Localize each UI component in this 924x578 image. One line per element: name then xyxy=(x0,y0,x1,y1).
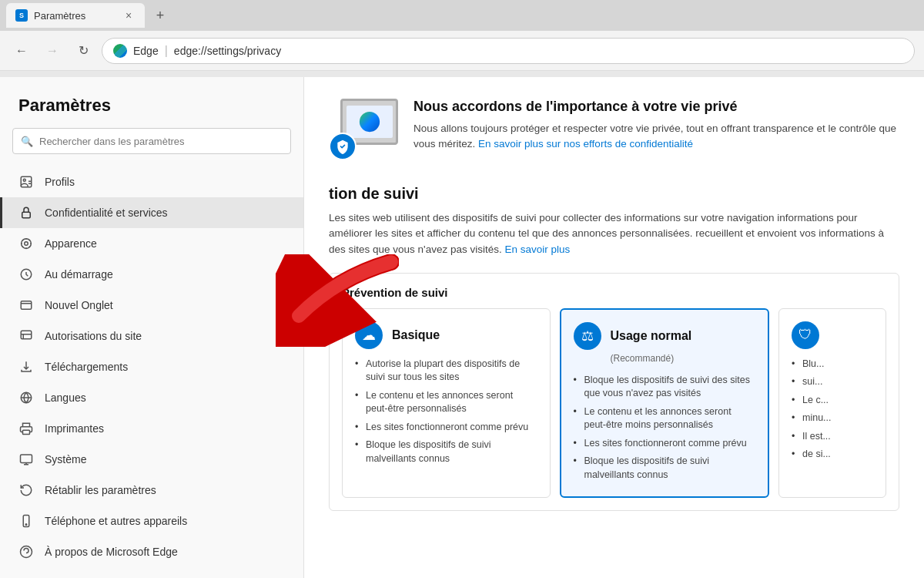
list-item: Bloque les dispositifs de suivi des site… xyxy=(574,371,756,403)
nav-bar: ← → ↻ Edge | edge://settings/privacy xyxy=(0,31,924,71)
list-item: sui... xyxy=(792,373,873,391)
prevention-box: Prévention de suivi ☁ Basique Autorise l… xyxy=(329,273,899,512)
search-icon: 🔍 xyxy=(21,136,33,147)
system-icon xyxy=(18,452,34,467)
card-usage-subtitle: (Recommandé) xyxy=(611,353,756,364)
downloads-icon xyxy=(18,359,34,375)
sidebar-item-label: Autorisations du site xyxy=(45,330,142,342)
svg-rect-9 xyxy=(21,455,32,463)
sidebar-item-label: Imprimantes xyxy=(45,422,104,435)
privacy-heading: Nous accordons de l'importance à votre v… xyxy=(413,99,899,115)
browser-chrome: S Paramètres × + ← → ↻ Edge | edge://set… xyxy=(0,0,924,77)
startup-icon xyxy=(18,267,34,282)
sidebar-item-telechargements[interactable]: Téléchargements xyxy=(0,351,303,382)
tracking-learn-more-link[interactable]: En savoir plus xyxy=(504,244,570,255)
back-button[interactable]: ← xyxy=(9,39,34,63)
card-basique-icon: ☁ xyxy=(355,321,383,349)
appearance-icon xyxy=(18,236,34,251)
svg-point-3 xyxy=(25,242,28,246)
list-item: Le contenu et les annonces seront peut-ê… xyxy=(574,403,756,435)
card-usage-header: ⚖ Usage normal xyxy=(574,322,756,350)
sidebar-item-telephone[interactable]: Téléphone et autres appareils xyxy=(0,506,303,536)
sidebar: Paramètres 🔍 Profils Confidentialité et … xyxy=(0,77,304,578)
address-bar[interactable]: Edge | edge://settings/privacy xyxy=(102,38,915,64)
sidebar-item-apropos[interactable]: À propos de Microsoft Edge xyxy=(0,536,303,567)
list-item: Le c... xyxy=(792,391,873,410)
sidebar-title: Paramètres xyxy=(0,96,303,128)
permissions-icon xyxy=(18,328,34,344)
card-usage-icon: ⚖ xyxy=(574,322,601,350)
sidebar-item-profils[interactable]: Profils xyxy=(0,166,303,197)
phone-icon xyxy=(18,513,34,529)
new-tab-icon xyxy=(18,297,34,313)
sidebar-item-imprimantes[interactable]: Imprimantes xyxy=(0,413,303,444)
sidebar-item-demarrage[interactable]: Au démarrage xyxy=(0,259,303,290)
sidebar-item-retablir[interactable]: Rétablir les paramètres xyxy=(0,475,303,506)
list-item: Les sites fonctionneront comme prévu xyxy=(355,418,537,437)
refresh-button[interactable]: ↻ xyxy=(71,39,95,63)
list-item: Les sites fonctionneront comme prévu xyxy=(574,435,756,453)
card-basique-title: Basique xyxy=(392,328,440,342)
card-strict-icon: 🛡 xyxy=(792,321,819,349)
card-basique-header: ☁ Basique xyxy=(355,321,537,349)
new-tab-button[interactable]: + xyxy=(148,3,172,28)
sidebar-search-box[interactable]: 🔍 xyxy=(12,128,291,154)
tab-favicon: S xyxy=(15,9,28,22)
privacy-link[interactable]: En savoir plus sur nos efforts de confid… xyxy=(478,138,693,150)
profile-icon xyxy=(18,174,34,190)
sidebar-item-label: Téléphone et autres appareils xyxy=(45,515,187,527)
prevention-title: Prévention de suivi xyxy=(342,286,886,299)
sidebar-item-label: Profils xyxy=(45,176,75,188)
list-item: Il est... xyxy=(792,428,873,446)
sidebar-item-label: Confidentialité et services xyxy=(45,207,168,219)
svg-point-11 xyxy=(25,524,27,526)
card-usage-list: Bloque les dispositifs de suivi des site… xyxy=(574,371,756,485)
prevention-cards-row: ☁ Basique Autorise la plupart des dispos… xyxy=(342,308,886,499)
sidebar-item-label: Système xyxy=(45,453,86,465)
tab-close-button[interactable]: × xyxy=(122,8,136,22)
about-icon xyxy=(18,544,34,560)
sidebar-item-systeme[interactable]: Système xyxy=(0,444,303,475)
sidebar-item-label: Apparence xyxy=(45,237,97,250)
sidebar-item-label: Langues xyxy=(45,391,86,404)
list-item: Le contenu et les annonces seront peut-ê… xyxy=(355,387,537,418)
tracking-section-title: tion de suivi xyxy=(329,185,899,203)
privacy-icon-group xyxy=(329,99,398,160)
card-strict[interactable]: 🛡 Blu... sui... Le c... minu... Il est..… xyxy=(778,308,886,499)
languages-icon xyxy=(18,390,34,405)
shield-badge xyxy=(329,133,357,160)
tab-title: Paramètres xyxy=(34,10,85,22)
main-content: Nous accordons de l'importance à votre v… xyxy=(304,77,924,578)
forward-button[interactable]: → xyxy=(40,39,65,63)
list-item: Bloque les dispositifs de suivi malveill… xyxy=(574,452,756,484)
lock-icon xyxy=(18,205,34,220)
tracking-description: Les sites web utilisent des dispositifs … xyxy=(329,210,899,257)
privacy-desc: Nous allons toujours protéger et respect… xyxy=(413,121,899,153)
sidebar-item-onglet[interactable]: Nouvel Onglet xyxy=(0,290,303,321)
list-item: minu... xyxy=(792,409,873,428)
svg-rect-8 xyxy=(23,430,30,434)
sidebar-item-confidentialite[interactable]: Confidentialité et services xyxy=(0,197,303,228)
sidebar-item-label: Téléchargements xyxy=(45,361,128,373)
card-strict-list: Blu... sui... Le c... minu... Il est... … xyxy=(792,355,873,464)
address-brand: Edge xyxy=(133,45,159,57)
privacy-text: Nous accordons de l'importance à votre v… xyxy=(413,99,899,153)
sidebar-item-label: Nouvel Onglet xyxy=(45,299,113,311)
card-basique-list: Autorise la plupart des dispositifs de s… xyxy=(355,355,537,469)
sidebar-item-autorisations[interactable]: Autorisations du site xyxy=(0,321,303,351)
search-input[interactable] xyxy=(39,136,283,147)
privacy-header: Nous accordons de l'importance à votre v… xyxy=(329,99,899,160)
card-basique[interactable]: ☁ Basique Autorise la plupart des dispos… xyxy=(342,308,551,499)
sidebar-item-label: Rétablir les paramètres xyxy=(45,484,156,496)
printer-icon xyxy=(18,421,34,436)
monitor-screen xyxy=(346,106,393,138)
card-usage-normal[interactable]: ⚖ Usage normal (Recommandé) Bloque les d… xyxy=(560,308,770,499)
active-tab[interactable]: S Paramètres × xyxy=(6,3,145,28)
sidebar-item-langues[interactable]: Langues xyxy=(0,382,303,413)
card-strict-header: 🛡 xyxy=(792,321,873,349)
list-item: Bloque les dispositifs de suivi malveill… xyxy=(355,436,537,468)
list-item: Blu... xyxy=(792,355,873,374)
sidebar-item-label: À propos de Microsoft Edge xyxy=(45,546,178,558)
sidebar-item-apparence[interactable]: Apparence xyxy=(0,228,303,259)
svg-rect-5 xyxy=(21,301,32,310)
